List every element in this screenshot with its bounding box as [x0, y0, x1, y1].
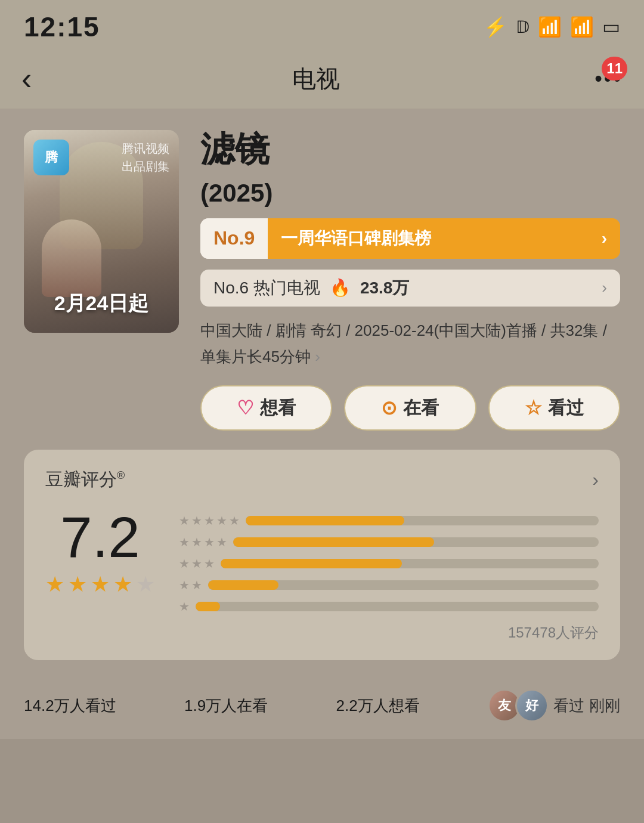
douban-score: 7.2: [60, 509, 140, 566]
show-meta[interactable]: 中国大陆 / 剧情 奇幻 / 2025-02-24(中国大陆)首播 / 共32集…: [200, 317, 620, 370]
review-count: 157478人评分: [179, 623, 599, 642]
douban-header[interactable]: 豆瓣评分® ›: [45, 468, 599, 492]
want-count: 2.2万人想看: [336, 695, 419, 716]
poster-platform-logo: 腾: [33, 140, 69, 175]
watching-button[interactable]: ⊙ 在看: [344, 385, 476, 431]
bar-fill-1: [196, 602, 220, 611]
show-info: 滤镜 (2025) No.9 一周华语口碑剧集榜 › No.6 热门电视 🔥 2…: [200, 130, 620, 431]
bar-track-4: [233, 537, 599, 547]
star-1: ★: [45, 572, 64, 597]
recent-user-area: 友 好 看过 刚刚: [488, 689, 620, 722]
bar-fill-4: [233, 537, 434, 547]
bar-row-1: ★: [179, 599, 599, 614]
watched-icon: ☆: [525, 397, 542, 419]
hot-count: 23.8万: [360, 277, 410, 299]
bar-row-4: ★★★★: [179, 535, 599, 549]
avatar-2: 好: [515, 689, 549, 722]
star-rating: ★ ★ ★ ★ ★: [45, 572, 155, 597]
bar-label-3: ★★★: [179, 556, 215, 571]
watched-count: 14.2万人看过: [24, 695, 116, 716]
bar-fill-2: [208, 580, 278, 590]
bar-row-2: ★★: [179, 578, 599, 592]
notification-badge: 11: [602, 57, 627, 81]
douban-score-area: 7.2 ★ ★ ★ ★ ★: [45, 509, 155, 597]
meta-text: 中国大陆 / 剧情 奇幻 / 2025-02-24(中国大陆)首播 / 共32集…: [200, 321, 607, 366]
bar-track-5: [246, 516, 599, 525]
star-4: ★: [113, 572, 132, 597]
star-3: ★: [91, 572, 110, 597]
bar-label-5: ★★★★★: [179, 513, 240, 528]
watched-button[interactable]: ☆ 看过: [488, 385, 620, 431]
ranking-arrow-icon: ›: [602, 229, 607, 248]
show-title: 滤镜: [200, 130, 620, 168]
want-to-watch-button[interactable]: ♡ 想看: [200, 385, 332, 431]
ranking-label-text: 一周华语口碑剧集榜: [281, 227, 431, 250]
page-title: 电视: [69, 63, 563, 95]
star-5: ★: [136, 572, 155, 597]
watching-icon: ⊙: [381, 397, 397, 419]
bar-fill-3: [221, 559, 402, 568]
watching-count: 1.9万人在看: [184, 695, 268, 716]
battery-icon: ▭: [602, 16, 620, 38]
ranking-badge[interactable]: No.9 一周华语口碑剧集榜 ›: [200, 218, 620, 259]
rating-bars: ★★★★★ ★★★★: [179, 509, 599, 614]
wifi-icon: 📶: [538, 16, 562, 38]
more-button[interactable]: ••• 11: [563, 66, 623, 91]
poster-background: 腾 腾讯视频出品剧集 2月24日起: [24, 130, 179, 333]
poster-source-label: 腾讯视频出品剧集: [122, 140, 169, 175]
nfc-icon: 𝔻: [516, 17, 530, 37]
back-button[interactable]: ‹: [21, 61, 69, 97]
bar-track-3: [221, 559, 599, 568]
douban-section: 豆瓣评分® › 7.2 ★ ★ ★ ★ ★: [24, 450, 620, 660]
bar-label-1: ★: [179, 599, 190, 614]
ranking-label: 一周华语口碑剧集榜 ›: [268, 218, 620, 259]
stats-row: 14.2万人看过 1.9万人在看 2.2万人想看 友 好 看过 刚刚: [0, 672, 644, 739]
signal-icon: 📶: [570, 16, 594, 38]
status-time: 12:15: [24, 11, 100, 43]
header: ‹ 电视 ••• 11: [0, 49, 644, 109]
bar-track-2: [208, 580, 599, 590]
bar-label-4: ★★★★: [179, 535, 227, 549]
bar-row-3: ★★★: [179, 556, 599, 571]
meta-arrow-icon: ›: [315, 348, 320, 366]
action-buttons: ♡ 想看 ⊙ 在看 ☆ 看过: [200, 385, 620, 431]
hot-badge[interactable]: No.6 热门电视 🔥 23.8万 ›: [200, 270, 620, 307]
watched-label: 看过: [548, 396, 584, 420]
bar-label-2: ★★: [179, 578, 202, 592]
status-icons: ⚡ 𝔻 📶 📶 ▭: [484, 16, 620, 38]
seen-time: 刚刚: [589, 695, 620, 716]
want-icon: ♡: [237, 397, 254, 419]
watching-label: 在看: [403, 396, 439, 420]
bluetooth-icon: ⚡: [484, 16, 507, 38]
show-poster[interactable]: 腾 腾讯视频出品剧集 2月24日起: [24, 130, 179, 333]
hot-arrow-icon: ›: [602, 279, 607, 297]
douban-arrow-icon: ›: [592, 469, 599, 491]
show-year: (2025): [200, 179, 620, 208]
fire-icon: 🔥: [330, 278, 351, 298]
ranking-number: No.9: [200, 218, 268, 259]
douban-title: 豆瓣评分®: [45, 468, 125, 492]
user-avatars: 友 好: [488, 689, 549, 722]
bar-fill-5: [246, 516, 404, 525]
seen-label: 看过: [553, 695, 584, 716]
bar-row-5: ★★★★★: [179, 513, 599, 528]
poster-date: 2月24日起: [24, 290, 179, 317]
douban-body: 7.2 ★ ★ ★ ★ ★ ★★★★★: [45, 509, 599, 642]
want-label: 想看: [260, 396, 296, 420]
show-card: 腾 腾讯视频出品剧集 2月24日起 滤镜 (2025) No.9 一周华语口碑剧…: [24, 130, 620, 431]
status-bar: 12:15 ⚡ 𝔻 📶 📶 ▭: [0, 0, 644, 49]
star-2: ★: [68, 572, 87, 597]
main-content: 腾 腾讯视频出品剧集 2月24日起 滤镜 (2025) No.9 一周华语口碑剧…: [0, 109, 644, 672]
hot-rank: No.6 热门电视: [213, 277, 320, 299]
bar-track-1: [196, 602, 599, 611]
